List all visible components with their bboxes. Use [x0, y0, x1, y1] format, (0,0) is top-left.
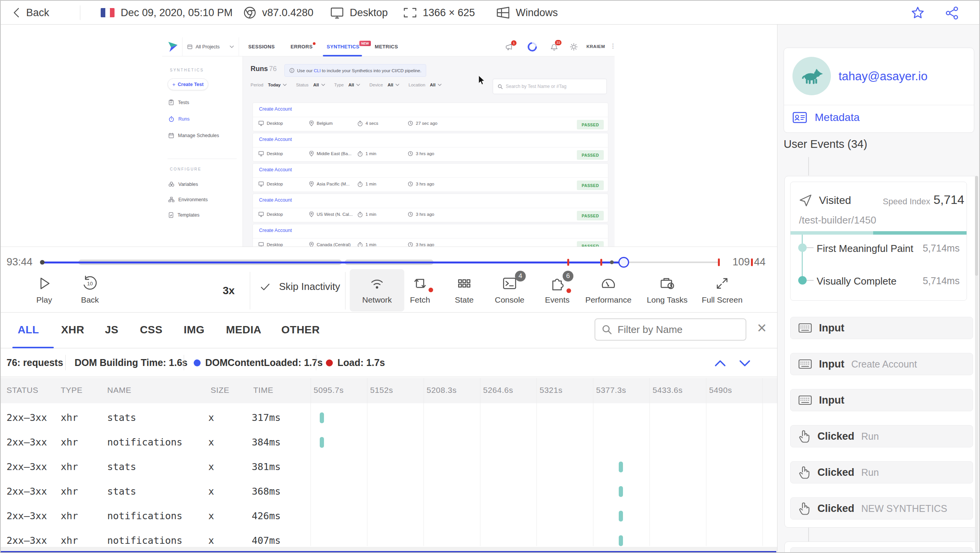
tick-label: 5152s	[370, 386, 393, 395]
sidebar-item-templates: Templates	[168, 212, 199, 218]
replay-viewport[interactable]: All Projects SESSIONS ERRORS SYNTHETICS …	[162, 37, 615, 247]
location-pin-icon	[309, 242, 314, 247]
tab-xhr[interactable]: XHR	[61, 324, 84, 336]
keyboard-icon	[798, 395, 812, 405]
request-waterfall-bar	[619, 535, 623, 546]
sidebar-item-variables: Variables	[168, 181, 198, 187]
visited-event-card[interactable]: Visited Speed Index 5,714 /test-builder/…	[790, 182, 967, 301]
events-panel-toggle[interactable]: Events 6	[530, 275, 584, 305]
event-row-input[interactable]: Input	[790, 389, 973, 411]
network-tabs-row: ALL XHR JS CSS IMG MEDIA OTHER ×	[1, 313, 777, 348]
clock-icon	[408, 121, 413, 126]
environments-icon	[168, 197, 174, 202]
replayed-tab-metrics: METRICS	[375, 44, 398, 50]
bell-badge: 33	[555, 40, 561, 45]
prev-event-chevron[interactable]	[712, 359, 729, 368]
monitor-icon	[258, 151, 264, 156]
back-button[interactable]: Back	[12, 1, 49, 25]
long-tasks-panel-toggle[interactable]: Long Tasks	[640, 275, 694, 305]
replayed-search-box: Search by Test Name or #Tag	[493, 79, 607, 94]
back-10s-button[interactable]: 10 Back	[63, 275, 117, 305]
status-badge: PASSED	[577, 120, 604, 129]
next-event-chevron[interactable]	[736, 359, 753, 368]
event-row-clicked[interactable]: Clicked Run	[790, 425, 973, 447]
fmp-dot	[798, 243, 807, 252]
replayed-section-configure: CONFIGURE	[170, 167, 202, 171]
resolution-label: 1366 × 625	[423, 7, 475, 19]
full-screen-button[interactable]: Full Screen	[695, 275, 749, 305]
network-table-row[interactable]: 2xx–3xx xhr stats x 368ms	[1, 479, 777, 504]
performance-panel-toggle[interactable]: Performance	[581, 275, 635, 305]
timeline-track[interactable]	[42, 258, 719, 266]
tab-media[interactable]: MEDIA	[226, 324, 261, 336]
event-row-clicked[interactable]: Clicked NEW SYNTHETICS	[790, 497, 973, 520]
tab-img[interactable]: IMG	[184, 324, 204, 336]
favorite-button[interactable]	[911, 6, 925, 20]
tab-js[interactable]: JS	[105, 324, 118, 336]
request-waterfall-bar	[619, 511, 623, 522]
tick-label: 5433.6s	[653, 386, 683, 395]
windows-icon	[496, 6, 510, 20]
location-pin-icon	[309, 121, 314, 126]
playhead[interactable]	[618, 257, 629, 268]
speed-toggle[interactable]: 3x	[216, 285, 241, 297]
network-table-row[interactable]: 2xx–3xx xhr notifications x 426ms	[1, 504, 777, 528]
runs-icon	[168, 116, 174, 122]
divider	[345, 272, 345, 310]
divider	[250, 272, 250, 310]
stopwatch-icon	[357, 242, 363, 247]
create-test-label: Create Test	[178, 82, 204, 87]
cli-link: CLI	[314, 68, 321, 73]
loading-spinner-icon	[526, 40, 539, 53]
event-row-clicked[interactable]: Clicked Run	[790, 461, 973, 483]
new-badge: NEW	[359, 41, 371, 46]
share-button[interactable]	[945, 6, 959, 20]
col-size: SIZE	[211, 386, 229, 395]
tick-label: 5490s	[709, 386, 732, 395]
horizontal-scrollbar-thumb[interactable]	[1, 551, 776, 553]
templates-icon	[168, 212, 174, 218]
vertical-scrollbar-track[interactable]	[975, 176, 978, 552]
replayed-tab-errors: ERRORS	[291, 44, 312, 50]
device-info: Desktop	[330, 1, 388, 25]
user-events-title: User Events (34)	[784, 138, 867, 151]
tab-other[interactable]: OTHER	[281, 324, 320, 336]
monitor-icon	[330, 6, 344, 20]
tick	[807, 247, 814, 248]
location-pin-icon	[309, 212, 314, 217]
network-table-row[interactable]: 2xx–3xx xhr stats x 381ms	[1, 455, 777, 479]
full-screen-icon	[713, 275, 731, 292]
tick-label: 5208.3s	[427, 386, 457, 395]
tab-all[interactable]: ALL	[18, 324, 39, 336]
avatar	[792, 57, 831, 95]
replayed-project-selector: All Projects	[182, 37, 239, 56]
active-tab-underline	[12, 347, 54, 348]
click-hand-icon	[798, 502, 811, 515]
network-table-row[interactable]: 2xx–3xx xhr notifications x 384ms	[1, 430, 777, 455]
performance-gauge-icon	[600, 275, 617, 292]
hyena-avatar-icon	[799, 63, 824, 89]
load-time: Load: 1.7s	[337, 357, 385, 368]
replayed-user-name: KRAIEM	[586, 44, 605, 49]
col-time: TIME	[253, 386, 273, 395]
run-name: Create Account	[259, 197, 292, 203]
tab-css[interactable]: CSS	[140, 324, 163, 336]
event-row-input[interactable]: Input Create Account	[790, 353, 973, 375]
network-stats-row: 76: requests DOM Building Time: 1.6s DOM…	[1, 349, 777, 377]
close-panel-button[interactable]: ×	[757, 320, 767, 336]
events-alert-dot	[566, 288, 571, 293]
request-waterfall-bar	[619, 486, 623, 497]
metadata-button[interactable]: Metadata	[792, 111, 860, 124]
user-email[interactable]: tahay@asayer.io	[839, 70, 927, 83]
skip-inactivity-toggle[interactable]: Skip Inactivity	[260, 281, 340, 293]
console-panel-toggle[interactable]: Console 4	[483, 275, 537, 305]
filter-by-name-input[interactable]	[618, 324, 733, 336]
run-name: Create Account	[259, 167, 292, 172]
cli-banner: Use our CLI to include your Synthetics i…	[284, 64, 426, 77]
event-row-input[interactable]: Input	[790, 317, 973, 339]
fmp-value: 5,714ms	[923, 243, 960, 254]
current-time: 93:44	[7, 256, 33, 268]
network-table-row[interactable]: 2xx–3xx xhr stats x 317ms	[1, 406, 777, 430]
horizontal-scrollbar-track[interactable]	[1, 547, 777, 551]
monitor-icon	[258, 121, 264, 126]
